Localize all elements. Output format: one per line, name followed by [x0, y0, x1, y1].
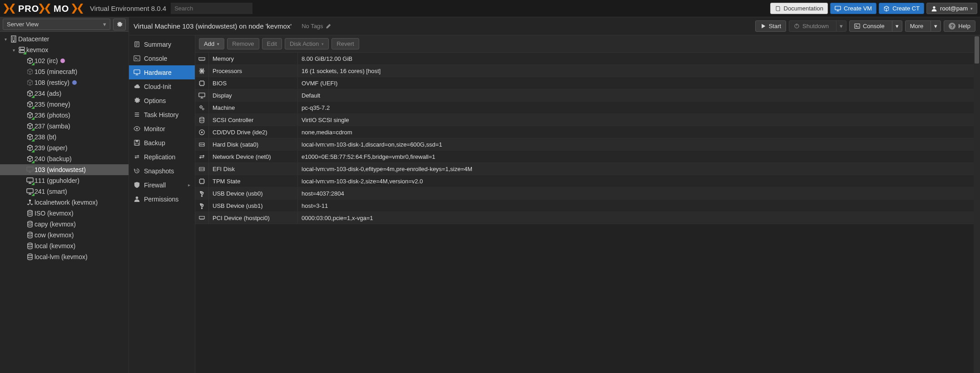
tree-guest[interactable]: 111 (gpuholder) — [0, 175, 129, 186]
tree-guest[interactable]: localnetwork (kevmox) — [0, 197, 129, 208]
tree-header: Server View ▾ — [0, 17, 129, 32]
hardware-row[interactable]: TPM State local-lvm:vm-103-disk-2,size=4… — [195, 175, 974, 187]
desktop-icon — [134, 69, 140, 76]
scrollbar-thumb[interactable] — [975, 36, 979, 64]
disk-action-button[interactable]: Disk Action▾ — [285, 38, 329, 49]
tree-item-label: 241 (smart) — [35, 188, 67, 195]
help-label: Help — [958, 23, 970, 29]
create-ct-button[interactable]: Create CT — [879, 3, 924, 14]
view-select[interactable]: Server View ▾ — [3, 19, 110, 30]
hardware-row[interactable]: CD/DVD Drive (ide2) none,media=cdrom — [195, 126, 974, 138]
hardware-toolbar: Add▾ Remove Edit Disk Action▾ Revert — [195, 35, 974, 53]
tree-guest[interactable]: 237 (samba) — [0, 121, 129, 132]
revert-label: Revert — [337, 40, 354, 47]
save-icon — [134, 139, 140, 146]
subnav-options[interactable]: Options — [129, 93, 195, 108]
add-button[interactable]: Add▾ — [199, 38, 224, 49]
tree-guest[interactable]: 103 (windowstest) — [0, 164, 129, 175]
subnav-permissions[interactable]: Permissions — [129, 192, 195, 206]
subnav-label: Backup — [144, 139, 165, 147]
subnav-label: Cloud-Init — [144, 83, 171, 90]
create-vm-button[interactable]: Create VM — [830, 3, 876, 14]
hardware-row[interactable]: Memory 8.00 GiB/12.00 GiB — [195, 53, 974, 65]
hardware-row[interactable]: USB Device (usb1) host=3-11 — [195, 200, 974, 212]
tag-dot-icon — [72, 80, 77, 85]
subnav-backup[interactable]: Backup — [129, 136, 195, 150]
memory-icon — [195, 53, 209, 64]
tree-item-icon — [25, 133, 35, 141]
hardware-row[interactable]: Network Device (net0) e1000=0E:5B:77:52:… — [195, 151, 974, 163]
help-button[interactable]: ? Help — [944, 20, 975, 32]
chevron-down-icon[interactable]: ▾ — [836, 21, 846, 31]
subnav-monitor[interactable]: Monitor — [129, 122, 195, 136]
subnav-firewall[interactable]: Firewall ▸ — [129, 178, 195, 192]
hardware-row[interactable]: Hard Disk (sata0) local-lvm:vm-103-disk-… — [195, 138, 974, 151]
tree-item-label: 237 (samba) — [35, 123, 70, 130]
swap-icon — [134, 153, 140, 160]
vertical-scrollbar[interactable] — [974, 35, 980, 373]
resource-tree: ▾ Datacenter ▾ kevmox 102 (irc) 105 (min… — [0, 32, 129, 373]
start-button[interactable]: Start — [755, 20, 786, 32]
proxmox-logo: PRO MO — [3, 3, 84, 15]
tree-guest[interactable]: 108 (resticy) — [0, 77, 129, 88]
chevron-down-icon[interactable]: ▾ — [931, 21, 940, 31]
tree-guest[interactable]: 238 (bt) — [0, 132, 129, 142]
subnav-hardware[interactable]: Hardware — [129, 65, 195, 79]
hardware-row[interactable]: Machine pc-q35-7.2 — [195, 102, 974, 114]
terminal-icon — [854, 23, 860, 29]
chevron-down-icon[interactable]: ▾ — [892, 21, 902, 31]
tree-guest[interactable]: 240 (backup) — [0, 153, 129, 164]
user-menu-button[interactable]: root@pam ▾ — [926, 3, 977, 14]
subnav-summary[interactable]: Summary — [129, 37, 195, 51]
remove-button[interactable]: Remove — [227, 38, 259, 49]
subnav-console[interactable]: Console — [129, 51, 195, 65]
hardware-row[interactable]: PCI Device (hostpci0) 0000:03:00,pcie=1,… — [195, 212, 974, 224]
subnav-snapshots[interactable]: Snapshots — [129, 164, 195, 178]
console-button[interactable]: Console ▾ — [849, 20, 902, 32]
hardware-row[interactable]: Display Default — [195, 89, 974, 102]
hardware-row[interactable]: Processors 16 (1 sockets, 16 cores) [hos… — [195, 65, 974, 77]
tree-item-icon — [25, 221, 35, 228]
tree-item-icon — [25, 68, 35, 75]
documentation-button[interactable]: Documentation — [770, 3, 828, 14]
no-tags-label: No Tags — [302, 23, 323, 29]
hardware-key: CD/DVD Drive (ide2) — [209, 126, 298, 138]
tree-node[interactable]: ▾ kevmox — [0, 44, 129, 55]
search-input[interactable] — [171, 3, 252, 14]
tree-guest[interactable]: cow (kevmox) — [0, 230, 129, 240]
edit-button[interactable]: Edit — [262, 38, 282, 49]
subnav-replication[interactable]: Replication — [129, 150, 195, 164]
subnav-task history[interactable]: Task History — [129, 108, 195, 122]
tree-settings-button[interactable] — [113, 19, 126, 30]
tree-item-icon — [25, 57, 35, 64]
eye-icon — [134, 125, 140, 132]
tree-guest[interactable]: ISO (kevmox) — [0, 208, 129, 219]
hardware-row[interactable]: USB Device (usb0) host=4037:2804 — [195, 187, 974, 200]
hardware-value: pc-q35-7.2 — [298, 104, 974, 111]
tree-item-icon — [25, 79, 35, 86]
tree-guest[interactable]: 105 (minecraft) — [0, 66, 129, 77]
tree-guest[interactable]: 241 (smart) — [0, 186, 129, 197]
tree-guest[interactable]: 235 (money) — [0, 99, 129, 110]
hdd-icon — [195, 163, 209, 175]
remove-label: Remove — [232, 40, 254, 47]
hardware-row[interactable]: SCSI Controller VirtIO SCSI single — [195, 114, 974, 126]
shutdown-label: Shutdown — [802, 23, 829, 29]
tree-guest[interactable]: 234 (ads) — [0, 88, 129, 99]
tree-guest[interactable]: 102 (irc) — [0, 55, 129, 66]
tree-guest[interactable]: 236 (photos) — [0, 110, 129, 121]
tree-guest[interactable]: local (kevmox) — [0, 240, 129, 251]
create-ct-label: Create CT — [892, 5, 920, 12]
tags-editor[interactable]: No Tags — [302, 23, 331, 29]
revert-button[interactable]: Revert — [332, 38, 359, 49]
tree-item-label: 236 (photos) — [35, 112, 70, 119]
more-button[interactable]: More ▾ — [905, 20, 941, 32]
tree-datacenter[interactable]: ▾ Datacenter — [0, 34, 129, 44]
tree-guest[interactable]: local-lvm (kevmox) — [0, 251, 129, 262]
hardware-row[interactable]: BIOS OVMF (UEFI) — [195, 77, 974, 89]
tree-guest[interactable]: 239 (paper) — [0, 142, 129, 153]
shutdown-button[interactable]: Shutdown ▾ — [789, 20, 846, 32]
hardware-row[interactable]: EFI Disk local-lvm:vm-103-disk-0,efitype… — [195, 163, 974, 175]
tree-guest[interactable]: capy (kevmox) — [0, 219, 129, 230]
subnav-cloud-init[interactable]: Cloud-Init — [129, 79, 195, 93]
